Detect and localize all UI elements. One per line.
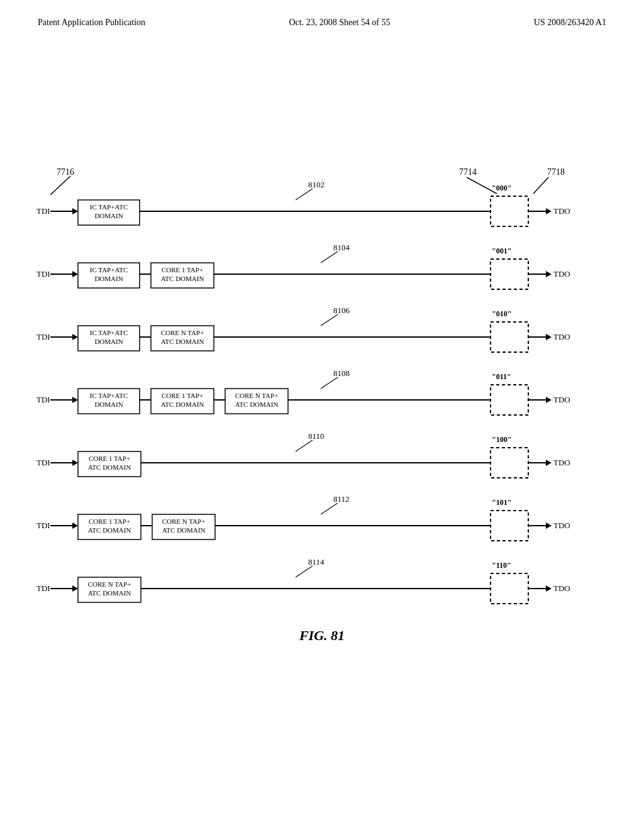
code-001: "001": [492, 246, 511, 255]
dashed-5: [491, 511, 528, 541]
svg-text:IC TAP+ATC: IC TAP+ATC: [90, 203, 128, 211]
header-left: Patent Application Publication: [38, 18, 145, 28]
svg-text:DOMAIN: DOMAIN: [94, 275, 123, 282]
tdi-5: TDI: [36, 521, 50, 530]
svg-text:ATC DOMAIN: ATC DOMAIN: [88, 589, 131, 597]
svg-text:ATC DOMAIN: ATC DOMAIN: [235, 401, 279, 408]
svg-text:ATC DOMAIN: ATC DOMAIN: [161, 401, 204, 408]
ref-8110: 8110: [308, 431, 325, 441]
arrow-0-in: [72, 208, 78, 214]
tdi-3: TDI: [36, 395, 50, 404]
dashed-6: [491, 573, 528, 604]
ref-8102: 8102: [308, 180, 325, 189]
code-011: "011": [492, 372, 511, 381]
code-110: "110": [492, 561, 511, 570]
tdi-6: TDI: [36, 584, 50, 593]
arrow-4-out: [546, 460, 552, 466]
tdo-5: TDO: [553, 521, 570, 530]
tdi-4: TDI: [36, 458, 50, 467]
svg-text:ATC DOMAIN: ATC DOMAIN: [162, 526, 206, 534]
header-center: Oct. 23, 2008 Sheet 54 of 55: [289, 18, 390, 28]
svg-text:CORE 1 TAP+: CORE 1 TAP+: [162, 266, 203, 274]
ref-7714: 7714: [459, 167, 477, 177]
svg-text:ATC DOMAIN: ATC DOMAIN: [88, 463, 131, 471]
tdo-6: TDO: [553, 584, 570, 593]
svg-line-45: [321, 503, 338, 514]
arrow-1-in: [72, 271, 78, 277]
code-100: "100": [492, 435, 511, 444]
svg-text:ATC DOMAIN: ATC DOMAIN: [161, 275, 204, 282]
svg-text:CORE 1 TAP+: CORE 1 TAP+: [89, 517, 130, 525]
svg-text:DOMAIN: DOMAIN: [94, 212, 123, 219]
dashed-3: [491, 385, 528, 415]
ref-8112: 8112: [333, 494, 350, 504]
tdo-3: TDO: [553, 395, 570, 404]
ref-7716: 7716: [57, 167, 74, 177]
dashed-2: [491, 322, 528, 352]
tdo-0: TDO: [553, 206, 570, 216]
arrow-6-out: [546, 585, 552, 592]
svg-line-39: [296, 440, 313, 451]
arrow-3-out: [546, 397, 552, 403]
dashed-4: [491, 448, 528, 478]
code-000: "000": [492, 184, 511, 192]
svg-line-0: [50, 176, 70, 195]
code-010: "010": [492, 309, 511, 318]
svg-text:IC TAP+ATC: IC TAP+ATC: [90, 266, 128, 274]
dashed-1: [491, 259, 528, 289]
svg-line-27: [321, 377, 338, 389]
svg-text:CORE N TAP+: CORE N TAP+: [235, 392, 279, 399]
svg-line-9: [321, 252, 338, 263]
arrow-2-out: [546, 334, 552, 340]
svg-text:DOMAIN: DOMAIN: [94, 338, 123, 345]
dashed-0: [491, 196, 528, 226]
svg-line-2: [533, 177, 548, 194]
arrow-3-in: [72, 397, 78, 403]
tdo-2: TDO: [553, 332, 570, 341]
svg-text:ATC DOMAIN: ATC DOMAIN: [88, 526, 131, 534]
svg-text:CORE N TAP+: CORE N TAP+: [162, 517, 206, 525]
tdo-4: TDO: [553, 458, 570, 467]
code-101: "101": [492, 498, 511, 507]
header-right: US 2008/263420 A1: [534, 18, 606, 28]
arrow-2-in: [72, 334, 78, 340]
arrow-0-out: [546, 208, 552, 214]
tdo-1: TDO: [553, 269, 570, 279]
tdi-0: TDI: [36, 206, 50, 216]
tdi-1: TDI: [36, 269, 50, 279]
arrow-6-in: [72, 585, 78, 592]
diagram-svg: 7716 7714 7718 8102 "000" TDI IC TAP+ATC…: [0, 82, 644, 711]
ref-8106: 8106: [333, 306, 350, 315]
svg-text:CORE N TAP+: CORE N TAP+: [88, 580, 131, 588]
ref-7718: 7718: [547, 167, 565, 177]
svg-line-18: [321, 314, 338, 326]
svg-line-54: [296, 566, 313, 577]
arrow-1-out: [546, 271, 552, 277]
arrow-5-out: [546, 523, 552, 529]
svg-text:IC TAP+ATC: IC TAP+ATC: [90, 329, 128, 336]
arrow-5-in: [72, 523, 78, 529]
figure-caption: FIG. 81: [299, 628, 345, 643]
svg-text:DOMAIN: DOMAIN: [94, 401, 123, 408]
arrow-4-in: [72, 460, 78, 466]
ref-8114: 8114: [308, 557, 325, 567]
svg-line-3: [296, 189, 313, 200]
svg-text:ATC DOMAIN: ATC DOMAIN: [161, 338, 204, 345]
svg-text:CORE N TAP+: CORE N TAP+: [161, 329, 204, 336]
ref-8108: 8108: [333, 368, 350, 378]
svg-text:IC TAP+ATC: IC TAP+ATC: [90, 392, 128, 399]
ref-8104: 8104: [333, 243, 350, 252]
tdi-2: TDI: [36, 332, 50, 341]
svg-text:CORE 1 TAP+: CORE 1 TAP+: [89, 455, 130, 462]
svg-text:CORE 1 TAP+: CORE 1 TAP+: [162, 392, 203, 399]
